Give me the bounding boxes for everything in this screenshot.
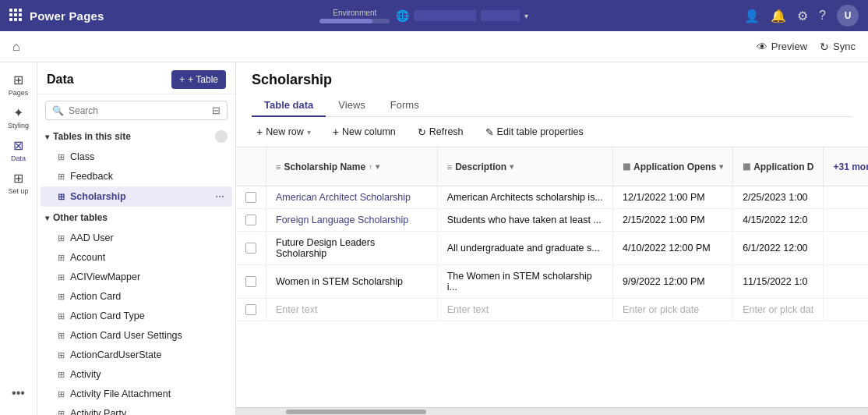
sidebar-item-activity[interactable]: ⊞ Activity xyxy=(41,365,232,384)
left-nav: ⊞ Pages ✦ Styling ⊠ Data ⊞ Set up ••• xyxy=(0,62,37,415)
search-input[interactable] xyxy=(69,105,207,116)
nav-item-styling[interactable]: ✦ Styling xyxy=(3,101,34,133)
col-description[interactable]: ≡ Description ▾ xyxy=(437,147,612,186)
row2-checkbox[interactable] xyxy=(245,215,256,225)
table-icon-scholarship: ⊞ xyxy=(58,192,65,202)
tab-forms[interactable]: Forms xyxy=(378,94,432,117)
placeholder-checkbox-cell xyxy=(236,299,266,321)
more-cols-button[interactable]: +31 more ▾ xyxy=(833,161,868,172)
placeholder-application-opens[interactable]: Enter or pick date xyxy=(613,299,733,321)
sidebar-item-action-card-type[interactable]: ⊞ Action Card Type xyxy=(41,307,232,325)
row2-checkbox-cell xyxy=(236,209,266,232)
home-icon[interactable]: ⌂ xyxy=(12,40,20,54)
sidebar-item-activity-file-attachment[interactable]: ⊞ Activity File Attachment xyxy=(41,385,232,403)
bell-icon[interactable]: 🔔 xyxy=(771,9,786,23)
new-row-plus-icon: + xyxy=(256,126,263,138)
sidebar-item-account[interactable]: ⊞ Account xyxy=(41,248,232,267)
row4-scholarship-name-link[interactable]: Women in STEM Scholarship xyxy=(276,276,403,287)
sidebar-item-action-card-user-settings[interactable]: ⊞ Action Card User Settings xyxy=(41,326,232,345)
row2-scholarship-name-link[interactable]: Foreign Language Scholarship xyxy=(276,215,408,225)
avatar[interactable]: U xyxy=(837,5,859,27)
scholarship-more-icon[interactable]: ··· xyxy=(215,190,224,203)
sidebar-item-scholarship[interactable]: ⊞ Scholarship ··· xyxy=(41,186,232,207)
add-table-plus-icon: + xyxy=(179,74,185,85)
tab-table-data[interactable]: Table data xyxy=(252,94,326,117)
new-column-plus-icon: + xyxy=(333,126,339,138)
row1-scholarship-name-link[interactable]: American Architect Scholarship xyxy=(276,192,411,203)
refresh-button[interactable]: ↻ Refresh xyxy=(413,124,468,140)
section-tables-in-site-label: Tables in this site xyxy=(53,131,131,142)
sidebar-sections: ▾ Tables in this site ⊞ Class ⊞ Feedback… xyxy=(37,126,235,415)
table-icon-activity: ⊞ xyxy=(58,370,65,380)
new-row-label: New row xyxy=(266,126,304,137)
col-chevron-description[interactable]: ▾ xyxy=(510,162,513,171)
sidebar-item-activity-party-label: Activity Party xyxy=(70,408,126,415)
row1-checkbox[interactable] xyxy=(245,192,256,203)
add-table-button[interactable]: + + Table xyxy=(171,70,226,89)
col-chevron-application-opens[interactable]: ▾ xyxy=(719,162,723,171)
top-nav-right: 👤 🔔 ⚙ ? U xyxy=(744,5,859,27)
table-icon-actioncarduserstate: ⊞ xyxy=(58,350,65,360)
section-other-tables[interactable]: ▾ Other tables xyxy=(37,208,235,228)
nav-item-setup[interactable]: ⊞ Set up xyxy=(3,167,34,198)
sidebar-item-activity-party[interactable]: ⊞ Activity Party xyxy=(41,404,232,415)
nav-more-button[interactable]: ••• xyxy=(3,378,34,409)
section-tables-in-site[interactable]: ▾ Tables in this site xyxy=(37,126,235,147)
placeholder-checkbox[interactable] xyxy=(245,304,256,315)
help-icon[interactable]: ? xyxy=(819,9,826,23)
second-bar: ⌂ 👁 Preview ↻ Sync xyxy=(0,31,868,62)
col-chevron-scholarship-name[interactable]: ▾ xyxy=(376,162,379,171)
col-application-opens[interactable]: ▦ Application Opens ▾ xyxy=(613,147,733,186)
refresh-label: Refresh xyxy=(429,126,464,137)
data-icon: ⊠ xyxy=(13,138,23,153)
scroll-thumb[interactable] xyxy=(286,410,426,414)
sidebar-item-aciviewmapper[interactable]: ⊞ ACIViewMapper xyxy=(41,268,232,286)
col-more-cols[interactable]: +31 more ▾ xyxy=(824,147,868,186)
row3-description: All undergraduate and graduate s... xyxy=(437,232,612,265)
table-icon-feedback: ⊞ xyxy=(58,172,65,182)
nav-item-data-label: Data xyxy=(11,154,26,162)
filter-icon[interactable]: ⊟ xyxy=(212,105,221,116)
sidebar-item-action-card[interactable]: ⊞ Action Card xyxy=(41,287,232,306)
waffle-icon[interactable] xyxy=(9,9,23,23)
row3-checkbox[interactable] xyxy=(245,243,256,254)
placeholder-description[interactable]: Enter text xyxy=(437,299,612,321)
nav-item-pages[interactable]: ⊞ Pages xyxy=(3,69,34,100)
sidebar-item-feedback[interactable]: ⊞ Feedback xyxy=(41,167,232,186)
sidebar: Data + + Table 🔍 ⊟ ▾ Tables in this site… xyxy=(37,62,236,415)
edit-table-properties-button[interactable]: ✎ Edit table properties xyxy=(481,124,588,140)
environment-section: Environment xyxy=(319,9,390,23)
sync-button[interactable]: ↻ Sync xyxy=(820,41,856,53)
row3-scholarship-name-link[interactable]: Future Design Leaders Scholarship xyxy=(276,237,375,259)
new-row-chevron-icon[interactable]: ▾ xyxy=(307,128,311,137)
placeholder-application-d[interactable]: Enter or pick dat xyxy=(733,299,824,321)
row4-checkbox[interactable] xyxy=(245,276,256,287)
sort-icon-scholarship-name[interactable]: ↑ xyxy=(369,163,372,171)
horizontal-scrollbar[interactable] xyxy=(236,407,868,415)
preview-label: Preview xyxy=(771,41,807,52)
col-scholarship-name[interactable]: ≡ Scholarship Name ↑ ▾ xyxy=(266,147,438,186)
col-application-d[interactable]: ▦ Application D xyxy=(733,147,824,186)
top-nav: Power Pages Environment 🌐 ▾ 👤 🔔 ⚙ ? U xyxy=(0,0,868,31)
sidebar-item-actioncarduserstate[interactable]: ⊞ ActionCardUserState xyxy=(41,346,232,364)
sidebar-item-aad-user[interactable]: ⊞ AAD User xyxy=(41,229,232,247)
row3-application-d: 6/1/2022 12:00 xyxy=(733,232,824,265)
nav-chevron-icon[interactable]: ▾ xyxy=(524,12,528,20)
col-checkbox xyxy=(236,147,266,186)
table-icon-account: ⊞ xyxy=(58,253,65,263)
table-icon-action-card-user-settings: ⊞ xyxy=(58,331,65,341)
settings-icon[interactable]: ⚙ xyxy=(797,9,808,23)
nav-item-data[interactable]: ⊠ Data xyxy=(3,134,34,165)
placeholder-scholarship-name[interactable]: Enter text xyxy=(266,299,438,321)
row1-checkbox-cell xyxy=(236,186,266,209)
sidebar-item-aad-user-label: AAD User xyxy=(70,232,114,243)
person-icon[interactable]: 👤 xyxy=(744,9,760,23)
environment-bar xyxy=(319,19,390,23)
globe-icon[interactable]: 🌐 xyxy=(396,9,409,22)
search-bar[interactable]: 🔍 ⊟ xyxy=(45,101,228,120)
new-column-button[interactable]: + New column xyxy=(328,123,400,140)
preview-button[interactable]: 👁 Preview xyxy=(757,41,807,53)
sidebar-item-class[interactable]: ⊞ Class xyxy=(41,147,232,166)
tab-views[interactable]: Views xyxy=(326,94,377,117)
new-row-button[interactable]: + New row ▾ xyxy=(252,123,316,140)
